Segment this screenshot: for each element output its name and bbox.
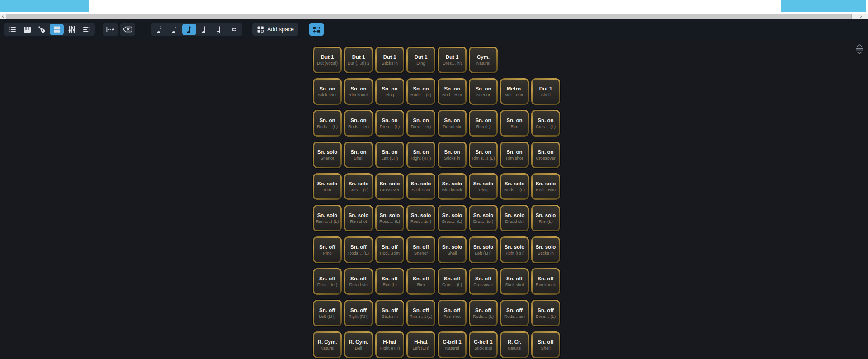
keyboard-view-button[interactable] (20, 24, 34, 35)
pad[interactable]: Sn. on Rim knock (344, 78, 373, 105)
pad[interactable]: Sn. off Dread stir (344, 268, 373, 295)
pad[interactable]: Sn. on Rim s…t (L) (469, 142, 498, 168)
pad[interactable]: Sn. off Rim knock (531, 268, 560, 295)
pad[interactable]: Sn. solo Drea…ter) (469, 205, 498, 231)
pad[interactable]: Sn. solo Rod…Rim (531, 173, 560, 200)
panel-resize-control[interactable] (854, 44, 864, 55)
pad[interactable]: Sn. on Stick shot (313, 78, 342, 105)
scrollbar-right-arrow-icon[interactable]: › (858, 14, 864, 19)
backspace-delete-button[interactable] (120, 23, 135, 36)
customize-view-button[interactable] (80, 24, 94, 35)
pad[interactable]: Sn. solo Shell (438, 236, 467, 263)
pad[interactable]: Sn. on Snenor (469, 78, 498, 105)
pads-view-button[interactable] (50, 24, 64, 35)
pad[interactable]: R. Cr. Natural (500, 331, 529, 358)
pad[interactable]: Sn. on Cros… (L) (531, 110, 560, 137)
pad[interactable]: Sn. off Right (RH) (344, 300, 373, 326)
pad[interactable]: Sn. off Rods… (L) (469, 300, 498, 326)
pad[interactable]: Sn. off Stick shot (500, 268, 529, 295)
pad[interactable]: Sn. off Rim s…t (L) (406, 300, 435, 326)
pad[interactable]: Sn. solo Drea… (L) (438, 205, 467, 231)
pad[interactable]: Dut 1 Dres… hit (438, 47, 467, 73)
pad[interactable]: Sn. solo Rods…ter) (406, 205, 435, 231)
pad[interactable]: Sn. off Drea… (L) (531, 300, 560, 326)
pad[interactable]: Sn. on Rim shot (500, 142, 529, 168)
pad[interactable]: Dut 1 Dut (…al) 2 (344, 47, 373, 73)
pad[interactable]: C-bell 1 Natural (438, 331, 467, 358)
pad[interactable]: Sn. solo Rim shot (344, 205, 373, 231)
sixteenth-note-button[interactable] (167, 24, 181, 35)
note-advance-button[interactable] (103, 23, 118, 36)
horizontal-scrollbar[interactable]: ‹ › (0, 14, 868, 19)
pad[interactable]: Sn. off Rod…Rim (375, 236, 404, 263)
pad[interactable]: Sn. off Rods… (L) (344, 236, 373, 263)
pad[interactable]: Sn. on Left (LH) (375, 142, 404, 168)
pad[interactable]: Dut 1 Sticks in (375, 47, 404, 73)
pad[interactable]: C-bell 1 Stick (tip) (469, 331, 498, 358)
pad[interactable]: Sn. on Dread stir (438, 110, 467, 137)
pad[interactable]: Sn. on Sticks in (438, 142, 467, 168)
pad[interactable]: Sn. off Snenor (406, 236, 435, 263)
pad[interactable]: Sn. off Sticks in (375, 300, 404, 326)
pad[interactable]: Sn. on Rim (L) (469, 110, 498, 137)
pad[interactable]: Sn. solo Rim knock (438, 173, 467, 200)
pad[interactable]: H-hat Right (RH) (375, 331, 404, 358)
pad[interactable]: Sn. on Rods…ter) (344, 110, 373, 137)
pad[interactable]: Sn. off Shell (531, 331, 560, 358)
add-space-button[interactable]: Add space (252, 23, 298, 36)
pad[interactable]: Sn. on Rod…Rim (438, 78, 467, 105)
pad[interactable]: Sn. solo Left (LH) (469, 236, 498, 263)
pad[interactable]: Sn. solo Rim (L) (531, 205, 560, 231)
pad[interactable]: Cym. Natural (469, 47, 498, 73)
pad[interactable]: Sn. off Crossover (469, 268, 498, 295)
pad[interactable]: Sn. solo Sticks in (531, 236, 560, 263)
pad[interactable]: Dut 1 Shell (531, 78, 560, 105)
pad[interactable]: Sn. on Ping (375, 78, 404, 105)
pad[interactable]: Sn. solo Crossover (375, 173, 404, 200)
pad[interactable]: Sn. off Ping (313, 236, 342, 263)
pad[interactable]: H-hat Left (LH) (406, 331, 435, 358)
pad[interactable]: Dut 1 Ding (406, 47, 435, 73)
pad[interactable]: Sn. off Drea…ter) (313, 268, 342, 295)
pad[interactable]: Sn. solo Dread stir (500, 205, 529, 231)
pad[interactable]: Sn. on Rods… (L) (406, 78, 435, 105)
pad[interactable]: Sn. solo Rods… (L) (500, 173, 529, 200)
thirty-second-note-button[interactable] (152, 24, 166, 35)
pad[interactable]: Sn. solo Rim (313, 173, 342, 200)
pad[interactable]: Sn. off Rim (L) (375, 268, 404, 295)
whole-note-button[interactable] (227, 24, 241, 35)
pad[interactable]: Sn. solo Right (RH) (500, 236, 529, 263)
pad[interactable]: Sn. on Drea…ter) (406, 110, 435, 137)
pad[interactable]: Sn. on Shell (344, 142, 373, 168)
half-note-button[interactable] (212, 24, 226, 35)
pad[interactable]: Sn. on Crossover (531, 142, 560, 168)
pad[interactable]: Sn. solo Snenor (313, 142, 342, 168)
pad[interactable]: Sn. off Left (LH) (313, 300, 342, 326)
pad[interactable]: Sn. off Rim (406, 268, 435, 295)
pad[interactable]: Sn. solo Cros… (L) (344, 173, 373, 200)
pad[interactable]: Sn. off Cros… (L) (438, 268, 467, 295)
pad[interactable]: Sn. off Rim shot (438, 300, 467, 326)
pad[interactable]: Sn. solo Ping (469, 173, 498, 200)
guitar-view-button[interactable] (35, 24, 49, 35)
mixer-view-button[interactable] (65, 24, 79, 35)
pad[interactable]: Sn. off Rods…ter) (500, 300, 529, 326)
rearrange-pads-button[interactable] (309, 23, 324, 36)
pad[interactable]: Sn. solo Rim s…t (L) (313, 205, 342, 231)
scrollbar-thumb[interactable] (6, 14, 852, 19)
eighth-note-button[interactable] (182, 24, 196, 35)
list-view-button[interactable] (5, 24, 19, 35)
pad[interactable]: R. Cym. Natural (313, 331, 342, 358)
quarter-note-button[interactable] (197, 24, 211, 35)
scrollbar-left-arrow-icon[interactable]: ‹ (0, 14, 6, 19)
pad-sub-label: Rods… (L) (317, 124, 338, 129)
pad[interactable]: Metro. Met…ome (500, 78, 529, 105)
pad[interactable]: Sn. on Rods… (L) (313, 110, 342, 137)
pad[interactable]: Sn. solo Stick shot (406, 173, 435, 200)
pad[interactable]: R. Cym. Bell (344, 331, 373, 358)
pad[interactable]: Dut 1 Dut (vocal) (313, 47, 342, 73)
pad[interactable]: Sn. on Right (RH) (406, 142, 435, 168)
pad[interactable]: Sn. on Drea… (L) (375, 110, 404, 137)
pad[interactable]: Sn. on Rim (500, 110, 529, 137)
pad[interactable]: Sn. solo Rods… (L) (375, 205, 404, 231)
